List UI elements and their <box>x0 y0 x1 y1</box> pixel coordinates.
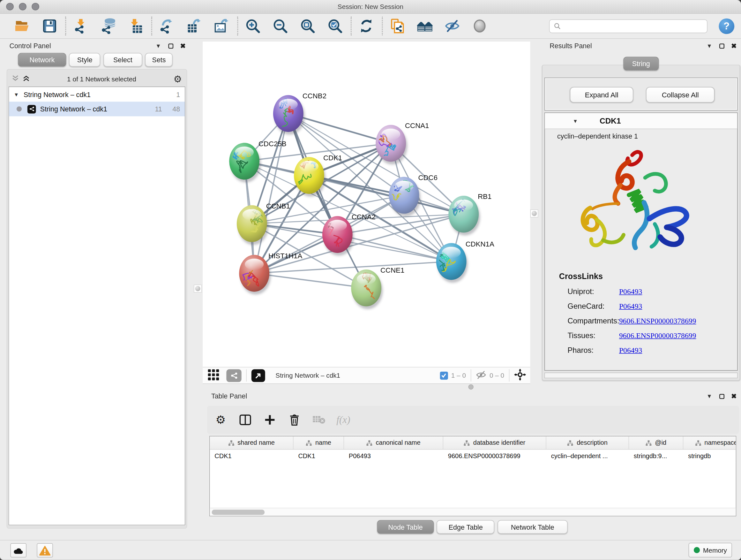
import-network-icon[interactable] <box>73 17 89 35</box>
eye-icon[interactable] <box>472 17 488 35</box>
crosslink-link[interactable]: P06493 <box>619 287 642 296</box>
column-header[interactable]: shared name <box>210 436 293 449</box>
import-table-icon[interactable] <box>128 17 144 35</box>
crosslink-link[interactable]: 9606.ENSP00000378699 <box>619 331 696 340</box>
crosslink-link[interactable]: 9606.ENSP00000378699 <box>619 316 696 325</box>
column-header-label: database identifier <box>473 439 525 446</box>
column-header[interactable]: @id <box>629 436 683 449</box>
network-edge[interactable] <box>254 273 366 288</box>
panel-float-icon[interactable] <box>716 393 728 400</box>
copy-share-icon[interactable] <box>389 17 405 35</box>
gear-icon[interactable]: ⚙ <box>213 413 227 427</box>
save-session-icon[interactable] <box>42 17 57 35</box>
table-row[interactable]: CDK1CDK1P064939606.ENSP00000378699cyclin… <box>210 449 736 462</box>
expand-all-button[interactable]: Expand All <box>570 87 633 103</box>
collapse-all-icon[interactable] <box>12 75 19 83</box>
table-hscrollbar[interactable] <box>210 508 736 516</box>
table-cell: CDK1 <box>210 449 293 462</box>
network-list-toolbar: 1 of 1 Network selected ⚙ <box>7 71 187 86</box>
results-scroll-strip[interactable] <box>544 373 738 378</box>
protein-header-row[interactable]: ▼ CDK1 <box>545 113 737 129</box>
tab-select[interactable]: Select <box>104 53 142 67</box>
selected-checkbox-icon[interactable] <box>440 371 448 379</box>
network-canvas[interactable]: CCNB2CCNA1CDC25BCDK1CDC6RB1CCNB1CCNA2CDK… <box>203 42 530 367</box>
table-tabs: Node Table Edge Table Network Table <box>377 520 569 534</box>
network-node-CDK1[interactable] <box>294 155 326 197</box>
grid-view-icon[interactable] <box>207 368 220 382</box>
export-table-icon[interactable] <box>186 17 202 35</box>
cloud-icon[interactable] <box>10 543 26 557</box>
open-session-icon[interactable] <box>14 17 30 35</box>
delete-table-icon[interactable] <box>312 413 326 427</box>
column-header[interactable]: namespace <box>683 436 736 449</box>
search-input[interactable] <box>564 22 703 30</box>
memory-button[interactable]: Memory <box>689 543 732 557</box>
zoom-selected-icon[interactable] <box>327 17 343 35</box>
panel-float-icon[interactable] <box>716 43 728 49</box>
export-image-icon[interactable] <box>213 17 229 35</box>
tab-node-table[interactable]: Node Table <box>377 520 434 534</box>
columns-icon[interactable] <box>238 413 252 427</box>
tab-style[interactable]: Style <box>69 53 100 67</box>
add-column-icon[interactable] <box>263 413 277 427</box>
network-row-selected[interactable]: String Network – cdk1 11 48 <box>9 102 185 116</box>
import-database-icon[interactable] <box>100 17 116 35</box>
network-node-CCNB1[interactable] <box>237 205 268 245</box>
hidden-eye-slash-icon[interactable] <box>476 370 486 381</box>
string-home-icon[interactable] <box>417 17 433 35</box>
right-splitter-handle[interactable] <box>530 209 538 217</box>
tab-edge-table[interactable]: Edge Table <box>437 520 495 534</box>
column-header[interactable]: canonical name <box>344 436 443 449</box>
panel-close-icon[interactable]: ✖ <box>728 42 740 50</box>
panel-collapse-icon[interactable]: ▼ <box>703 43 716 49</box>
birdseye-view-icon[interactable] <box>252 369 265 382</box>
fit-content-crosshair-icon[interactable] <box>514 369 526 382</box>
tab-network[interactable]: Network <box>18 53 66 67</box>
network-edge[interactable] <box>337 235 451 261</box>
network-edge[interactable] <box>254 261 452 273</box>
hscrollbar-thumb[interactable] <box>212 509 265 515</box>
network-node-CDKN1A[interactable] <box>436 243 468 283</box>
panel-close-icon[interactable]: ✖ <box>728 392 740 400</box>
horizontal-splitter-handle[interactable] <box>468 384 474 389</box>
network-list: ▼ String Network – cdk1 1 String Network… <box>9 86 185 525</box>
node-label-CDK1: CDK1 <box>323 154 342 162</box>
panel-float-icon[interactable] <box>164 43 177 49</box>
column-header[interactable]: database identifier <box>443 436 546 449</box>
column-header-label: canonical name <box>376 439 421 446</box>
warning-icon[interactable] <box>37 543 53 557</box>
network-view-share-icon[interactable] <box>226 369 241 382</box>
network-node-CCNA1[interactable] <box>376 125 407 165</box>
network-collection-row[interactable]: ▼ String Network – cdk1 1 <box>9 87 185 102</box>
panel-close-icon[interactable]: ✖ <box>177 42 189 50</box>
network-node-CCNE1[interactable] <box>351 269 383 309</box>
panel-collapse-icon[interactable]: ▼ <box>703 393 716 400</box>
column-header[interactable]: description <box>546 436 629 449</box>
panel-collapse-icon[interactable]: ▼ <box>152 43 165 49</box>
zoom-in-icon[interactable] <box>245 17 261 35</box>
delete-trash-icon[interactable] <box>287 413 301 427</box>
crosslink-link[interactable]: P06493 <box>619 346 642 354</box>
tab-string[interactable]: String <box>623 57 659 71</box>
collapse-all-button[interactable]: Collapse All <box>646 87 715 103</box>
eye-slash-icon[interactable] <box>444 17 460 35</box>
network-edge[interactable] <box>254 113 288 273</box>
search-field[interactable] <box>549 19 708 33</box>
refresh-icon[interactable] <box>358 17 374 35</box>
tab-sets[interactable]: Sets <box>145 53 173 67</box>
network-node-CCNB2[interactable] <box>273 95 305 135</box>
column-header[interactable]: name <box>293 436 344 449</box>
left-splitter-handle[interactable] <box>194 285 202 293</box>
export-network-icon[interactable] <box>159 17 175 35</box>
gear-icon[interactable]: ⚙ <box>174 73 182 85</box>
function-builder-icon[interactable]: f(x) <box>336 414 350 426</box>
expand-all-icon[interactable] <box>23 75 30 83</box>
zoom-out-icon[interactable] <box>272 17 288 35</box>
crosslinks-title: CrossLinks <box>559 272 696 281</box>
disclosure-triangle-icon[interactable]: ▼ <box>14 91 19 98</box>
disclosure-triangle-icon[interactable]: ▼ <box>573 118 578 124</box>
zoom-fit-icon[interactable] <box>300 17 316 35</box>
crosslink-link[interactable]: P06493 <box>619 302 642 311</box>
tab-network-table[interactable]: Network Table <box>497 520 567 534</box>
help-icon[interactable]: ? <box>719 18 734 34</box>
